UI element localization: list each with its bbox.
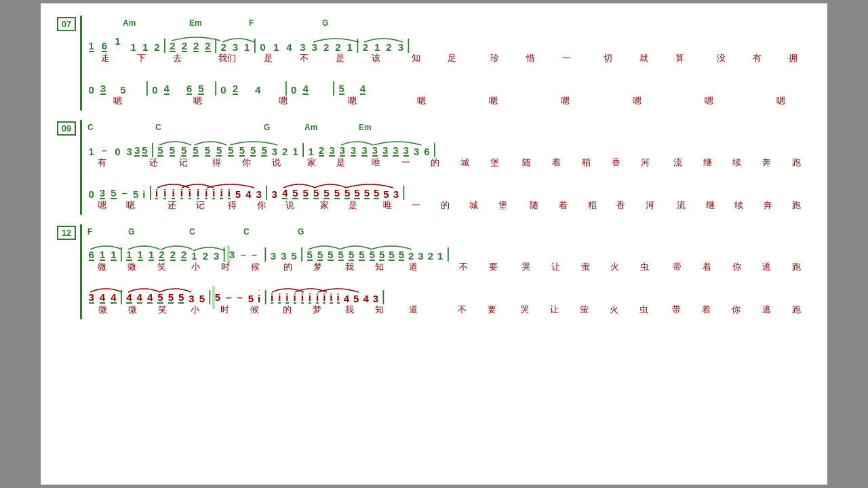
section-09: 09 C C G Am Em 1 – 0 3	[57, 120, 811, 215]
lyric: 流	[667, 200, 696, 211]
lyric: 还	[157, 200, 186, 211]
lyric: 唯	[373, 200, 402, 211]
note: 3	[372, 145, 378, 157]
note: 5	[133, 189, 138, 199]
lyric: 家	[310, 200, 339, 211]
note: 3	[414, 146, 419, 157]
note: 5	[339, 83, 344, 95]
lyric: 得	[218, 200, 247, 211]
chord-Am: Am	[304, 121, 359, 132]
note: 6	[424, 146, 429, 157]
chord-G: G	[264, 121, 298, 132]
lyric: 城	[450, 157, 480, 169]
lyric: 稻	[572, 157, 601, 169]
note: 5	[307, 249, 313, 261]
note: 5	[248, 293, 254, 304]
note: i	[212, 188, 215, 199]
chord-C2: C	[243, 226, 298, 237]
note: 3	[300, 42, 305, 52]
lyrics-row1-12: 微 微 笑 小 时 候 的 梦 我 知 道 不 要	[87, 262, 811, 273]
lyric: 是	[322, 53, 358, 64]
note: i	[330, 292, 332, 304]
lyric: 梦	[302, 262, 332, 273]
lyric: 得	[202, 157, 232, 169]
note: 4	[302, 83, 308, 95]
note: 3	[398, 42, 403, 52]
lyric: 候	[240, 262, 270, 273]
bar-line: |	[145, 80, 149, 95]
dash: –	[122, 187, 127, 199]
lyric: 小	[181, 262, 211, 273]
lyric: 有	[87, 157, 117, 169]
note: 5	[292, 188, 298, 199]
note: 1	[89, 146, 94, 157]
note: 5	[111, 188, 116, 199]
note: 3	[281, 251, 286, 261]
note: i	[316, 292, 319, 304]
note: 4	[164, 83, 170, 95]
notes-row2-12: 3 4 4 | 4 4 4	[87, 279, 811, 304]
note: i	[180, 188, 183, 199]
lyric: 说	[262, 157, 292, 169]
lyric: 继	[692, 157, 722, 169]
lyric: 我	[335, 262, 365, 273]
chord-F: F	[249, 17, 275, 28]
bar-line: |	[264, 184, 269, 199]
lyric: 奔	[753, 200, 783, 211]
note: 4	[137, 292, 142, 304]
lyric: 嗯	[463, 96, 523, 107]
note: 5	[181, 145, 186, 157]
staff-12: F G C C G 6 1	[80, 224, 811, 319]
note: 3	[361, 145, 367, 157]
lyric: 香	[601, 157, 631, 169]
note: 5	[142, 145, 147, 157]
lyric: 是	[250, 53, 286, 64]
lyric: 嗯	[253, 96, 313, 107]
note: 3	[272, 146, 277, 157]
note: 2	[205, 41, 210, 52]
note: 1	[126, 249, 132, 261]
note: i	[323, 292, 326, 304]
note: 0	[291, 85, 296, 95]
note: 1	[89, 41, 94, 52]
note: 2	[319, 145, 324, 157]
note: 5	[349, 249, 354, 261]
lyric: 火	[600, 262, 630, 273]
lyric: 续	[722, 157, 752, 169]
note: 5	[292, 251, 297, 261]
measure-07: 07	[57, 17, 76, 31]
lyric: 跑	[781, 157, 811, 169]
lyric: 就	[626, 53, 662, 64]
chord-C: C	[189, 226, 223, 237]
bar-line: |	[446, 246, 450, 261]
lyric: 你	[722, 262, 752, 273]
note: 5	[261, 145, 267, 157]
note: 2	[182, 41, 187, 52]
lyric: 你	[232, 157, 262, 169]
measure-12: 12	[57, 226, 76, 240]
main-content: 07 Am Em F G 1	[54, 10, 814, 478]
lyric: 不	[286, 53, 322, 64]
lyric: 香	[606, 200, 635, 211]
note: 3	[100, 188, 105, 199]
lyric: 逃	[751, 304, 781, 316]
lyric: 哭	[511, 262, 540, 273]
note: 2	[323, 42, 329, 52]
lyric: 嗯	[167, 96, 227, 107]
lyric: 小	[180, 304, 210, 316]
note: 3	[382, 145, 388, 157]
note: 2	[428, 251, 433, 261]
note: i	[309, 292, 311, 304]
lyric: 着	[542, 157, 572, 169]
lyrics-row2-12: 微 微 笑 小 时 候 的 梦 我 知 道 不 要	[87, 304, 811, 316]
bar-line: |	[332, 80, 336, 95]
note: i	[172, 188, 174, 199]
note: 0	[89, 189, 94, 199]
lyric: 惜	[513, 53, 549, 64]
lyric: 嗯	[391, 96, 451, 107]
note: 1	[131, 42, 136, 52]
note: 5	[205, 145, 210, 157]
bar-line: |	[407, 37, 411, 52]
note: 5	[168, 292, 174, 304]
lyric: 算	[662, 53, 698, 64]
